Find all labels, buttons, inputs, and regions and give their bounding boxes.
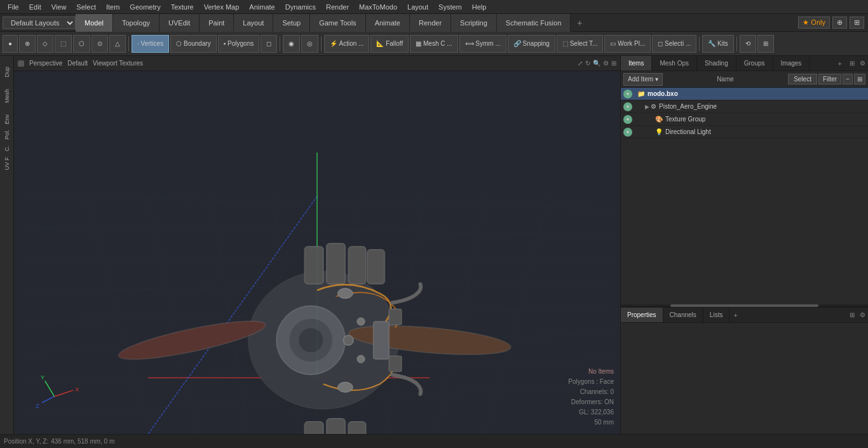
items-tab-plus[interactable]: +	[833, 57, 847, 70]
menu-vertex-map[interactable]: Vertex Map	[199, 2, 245, 12]
tool-work-plane[interactable]: ▭ Work Pl...	[604, 35, 651, 53]
tool-grid[interactable]: ⊞	[757, 35, 774, 53]
menu-texture[interactable]: Texture	[166, 2, 199, 12]
prop-tab-properties[interactable]: Properties	[621, 308, 663, 322]
sidebar-label-mesh[interactable]: Mesh	[3, 86, 11, 105]
viewport-style-label[interactable]: Default	[67, 60, 88, 67]
layout-icon-2[interactable]: ⊞	[850, 17, 864, 29]
tool-action[interactable]: ⚡ Action ...	[324, 35, 369, 53]
tool-target[interactable]: ◎	[301, 35, 318, 53]
items-minus-button[interactable]: −	[843, 74, 853, 85]
items-filter-button[interactable]: Filter	[818, 74, 841, 85]
layout-tab-render[interactable]: Render	[410, 14, 451, 32]
sidebar-label-c[interactable]: C.	[3, 143, 11, 154]
layout-tab-gametools[interactable]: Game Tools	[310, 14, 366, 32]
sidebar-label-dup[interactable]: Dup	[3, 64, 11, 80]
viewport-canvas[interactable]: X Y Z No Items Polygons : Face Channels:…	[14, 71, 620, 434]
item-eye-texture-group[interactable]: ●	[623, 115, 632, 124]
sidebar-label-uv[interactable]: UV F	[3, 154, 11, 173]
tool-hex[interactable]: ⬡	[73, 35, 90, 53]
items-tab-groups[interactable]: Groups	[736, 56, 773, 71]
items-expand-button[interactable]: ⊞	[854, 74, 865, 85]
menu-geometry[interactable]: Geometry	[125, 2, 165, 12]
sidebar-label-5[interactable]	[6, 106, 8, 111]
item-row-modo-bxo[interactable]: ● 📁 modo.bxo	[621, 88, 868, 100]
layout-tab-paint[interactable]: Paint	[200, 14, 234, 32]
items-tab-images[interactable]: Images	[773, 56, 810, 71]
menu-select[interactable]: Select	[71, 2, 101, 12]
viewport[interactable]: Perspective Default Viewport Textures ⤢ …	[14, 56, 620, 434]
layout-tab-animate[interactable]: Animate	[366, 14, 410, 32]
viewport-settings-icon[interactable]: ⚙	[603, 60, 609, 67]
tool-snapping[interactable]: 🔗 Snapping	[508, 35, 555, 53]
menu-system[interactable]: System	[433, 2, 467, 12]
item-row-piston[interactable]: ● ▶ ⚙ Piston_Aero_Engine	[621, 100, 868, 113]
sidebar-label-1[interactable]	[6, 58, 8, 64]
tool-kits[interactable]: 🔧 Kits	[702, 35, 733, 53]
prop-expand-icon[interactable]: ⊞	[847, 310, 857, 320]
item-row-texture-group[interactable]: ● 🎨 Texture Group	[621, 113, 868, 126]
add-item-button[interactable]: Add Item ▾	[623, 73, 663, 86]
layout-tab-layout[interactable]: Layout	[234, 14, 273, 32]
tool-square[interactable]: ◻	[261, 35, 277, 53]
tool-tri[interactable]: △	[109, 35, 126, 53]
tool-undo[interactable]: ⟲	[740, 35, 756, 53]
menu-edit[interactable]: Edit	[24, 2, 46, 12]
viewport-expand-icon[interactable]: ⊞	[611, 60, 616, 67]
tool-select-t[interactable]: ⬚ Select T...	[557, 35, 604, 53]
prop-tab-channels[interactable]: Channels	[663, 308, 703, 322]
viewport-perspective-label[interactable]: Perspective	[29, 60, 62, 67]
tool-eye[interactable]: ◉	[283, 35, 300, 53]
tool-diamond[interactable]: ◇	[37, 35, 53, 53]
layout-dropdown[interactable]: Default Layouts	[3, 17, 76, 29]
item-eye-modo-bxo[interactable]: ●	[623, 90, 632, 98]
layout-tab-scripting[interactable]: Scripting	[451, 14, 497, 32]
sidebar-label-env[interactable]: Env	[3, 112, 11, 127]
layout-tab-setup[interactable]: Setup	[273, 14, 310, 32]
prop-tab-plus[interactable]: +	[729, 309, 741, 322]
item-row-directional-light[interactable]: ● 💡 Directional Light	[621, 126, 868, 139]
layout-icon-1[interactable]: ⊕	[832, 17, 847, 29]
tool-symmetry[interactable]: ⟺ Symm ...	[459, 35, 506, 53]
prop-settings-icon[interactable]: ⚙	[857, 310, 868, 320]
menu-help[interactable]: Help	[467, 2, 492, 12]
menu-animate[interactable]: Animate	[244, 2, 280, 12]
menu-maxtomodo[interactable]: MaxToModo	[354, 2, 402, 12]
sidebar-label-3[interactable]	[6, 81, 8, 86]
menu-item[interactable]: Item	[101, 2, 125, 12]
menu-render[interactable]: Render	[321, 2, 354, 12]
tool-falloff[interactable]: 📐 Falloff	[370, 35, 409, 53]
layout-tab-schematic[interactable]: Schematic Fusion	[497, 14, 571, 32]
viewport-rotate-icon[interactable]: ↻	[585, 60, 590, 67]
layout-tab-model[interactable]: Model	[76, 14, 113, 32]
layout-tab-plus[interactable]: +	[571, 15, 588, 31]
item-eye-directional-light[interactable]: ●	[623, 128, 632, 137]
viewport-move-icon[interactable]: ⤢	[578, 60, 583, 67]
layout-tab-topology[interactable]: Topology	[113, 14, 159, 32]
tool-vertices[interactable]: · Vertices	[132, 35, 169, 53]
items-settings-icon[interactable]: ⚙	[857, 58, 868, 68]
menu-file[interactable]: File	[3, 2, 24, 12]
tool-boundary[interactable]: ⬡ Boundary	[170, 35, 217, 53]
viewport-zoom-icon[interactable]: 🔍	[593, 60, 600, 67]
prop-tab-lists[interactable]: Lists	[703, 308, 730, 322]
viewport-texture-label[interactable]: Viewport Textures	[93, 60, 143, 67]
tool-circle[interactable]: ●	[3, 35, 18, 53]
tool-mesh[interactable]: ▦ Mesh C ...	[410, 35, 458, 53]
items-tab-mesh-ops[interactable]: Mesh Ops	[652, 56, 697, 71]
tool-polygons[interactable]: ▪ Polygons	[218, 35, 259, 53]
tool-origin[interactable]: ⊕	[19, 35, 36, 53]
viewport-dot[interactable]	[18, 60, 24, 67]
tool-selection[interactable]: ◻ Selecti ...	[652, 35, 696, 53]
items-select-button[interactable]: Select	[788, 74, 817, 85]
layout-tab-uvedit[interactable]: UVEdit	[159, 14, 200, 32]
star-only-button[interactable]: ★ Only	[798, 17, 830, 29]
items-expand-icon[interactable]: ⊞	[847, 58, 857, 68]
menu-layout[interactable]: Layout	[402, 2, 433, 12]
menu-view[interactable]: View	[46, 2, 72, 12]
menu-dynamics[interactable]: Dynamics	[280, 2, 321, 12]
tool-circle2[interactable]: ⊙	[92, 35, 108, 53]
item-eye-piston[interactable]: ●	[623, 102, 632, 111]
tool-box[interactable]: ⬚	[55, 35, 72, 53]
sidebar-label-pol[interactable]: Pol.	[3, 127, 11, 142]
